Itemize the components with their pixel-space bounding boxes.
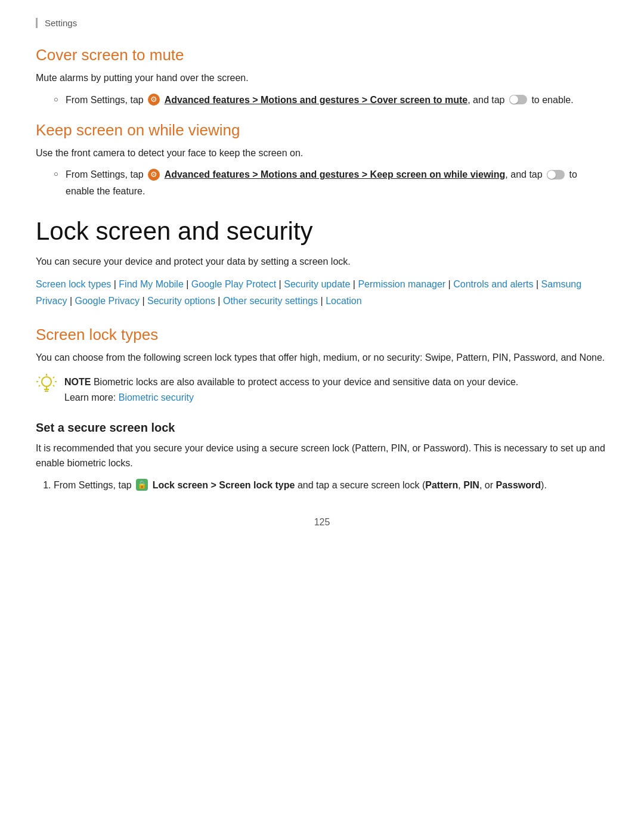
learn-more-prefix: Learn more: <box>64 392 119 402</box>
note-bulb-icon <box>36 373 57 395</box>
cover-instruction-start: From Settings, tap <box>66 95 144 105</box>
keep-screen-title: Keep screen on while viewing <box>36 121 608 140</box>
link-find-my-mobile[interactable]: Find My Mobile <box>119 279 183 289</box>
cover-screen-section: Cover screen to mute Mute alarms by putt… <box>36 46 608 108</box>
link-security-update[interactable]: Security update <box>284 279 350 289</box>
set-instruction-bold: Lock screen > Screen lock type <box>153 480 295 490</box>
set-or: , or <box>479 480 496 490</box>
link-security-options[interactable]: Security options <box>147 296 215 306</box>
cover-enable: to enable. <box>531 95 573 105</box>
keep-instruction-end: , and tap <box>505 169 542 179</box>
screen-lock-types-title: Screen lock types <box>36 326 608 344</box>
svg-point-0 <box>42 377 51 386</box>
cover-instruction-end: , and tap <box>467 95 504 105</box>
keep-instruction-bold: Advanced features > Motions and gestures… <box>165 169 506 179</box>
page-number: 125 <box>36 517 608 528</box>
svg-line-9 <box>39 385 40 386</box>
keep-screen-instruction: From Settings, tap Advanced features > M… <box>54 166 608 199</box>
note-body-text: Biometric locks are also available to pr… <box>91 377 518 387</box>
set-secure-instruction: From Settings, tap Lock screen > Screen … <box>54 477 608 493</box>
screen-lock-types-section: Screen lock types You can choose from th… <box>36 326 608 405</box>
link-location[interactable]: Location <box>326 296 362 306</box>
set-comma1: , <box>458 480 463 490</box>
settings-icon <box>148 94 160 106</box>
cover-screen-instruction: From Settings, tap Advanced features > M… <box>54 92 608 108</box>
link-other-security-settings[interactable]: Other security settings <box>223 296 318 306</box>
toggle-icon-cover <box>509 95 527 104</box>
keep-screen-section: Keep screen on while viewing Use the fro… <box>36 121 608 199</box>
set-instruction-start: From Settings, tap <box>54 480 132 490</box>
keep-screen-body: Use the front camera to detect your face… <box>36 145 608 161</box>
cover-instruction-bold: Advanced features > Motions and gestures… <box>165 95 468 105</box>
set-pattern: Pattern <box>425 480 458 490</box>
lock-screen-section: Lock screen and security You can secure … <box>36 217 608 309</box>
biometric-security-link[interactable]: Biometric security <box>119 392 194 402</box>
link-controls-alerts[interactable]: Controls and alerts <box>453 279 533 289</box>
lock-icon <box>136 479 148 491</box>
cover-screen-title: Cover screen to mute <box>36 46 608 64</box>
link-google-privacy[interactable]: Google Privacy <box>75 296 140 306</box>
settings-label: Settings <box>45 18 77 28</box>
link-screen-lock-types[interactable]: Screen lock types <box>36 279 111 289</box>
note-label: NOTE <box>64 377 91 387</box>
set-pin: PIN <box>463 480 479 490</box>
set-password: Password <box>496 480 541 490</box>
toggle-icon-keep <box>547 170 565 179</box>
link-google-play-protect[interactable]: Google Play Protect <box>191 279 276 289</box>
set-secure-body: It is recommended that you secure your d… <box>36 441 608 471</box>
svg-line-6 <box>53 377 54 378</box>
svg-line-5 <box>39 377 40 378</box>
lock-screen-body: You can secure your device and protect y… <box>36 254 608 270</box>
link-permission-manager[interactable]: Permission manager <box>358 279 445 289</box>
set-instruction-mid: and tap a secure screen lock ( <box>298 480 425 490</box>
set-secure-title: Set a secure screen lock <box>36 421 608 435</box>
navigation-links: Screen lock types | Find My Mobile | Goo… <box>36 276 608 308</box>
keep-instruction-start: From Settings, tap <box>66 169 144 179</box>
lock-screen-main-title: Lock screen and security <box>36 217 608 246</box>
note-content: NOTE Biometric locks are also available … <box>64 374 518 405</box>
settings-icon-keep <box>148 169 160 181</box>
screen-lock-types-body: You can choose from the following screen… <box>36 350 608 366</box>
page-label: Settings <box>36 18 608 28</box>
svg-line-10 <box>53 385 54 386</box>
set-instruction-end: ). <box>541 480 547 490</box>
note-box: NOTE Biometric locks are also available … <box>36 374 608 405</box>
set-secure-section: Set a secure screen lock It is recommend… <box>36 421 608 493</box>
cover-screen-body: Mute alarms by putting your hand over th… <box>36 70 608 86</box>
